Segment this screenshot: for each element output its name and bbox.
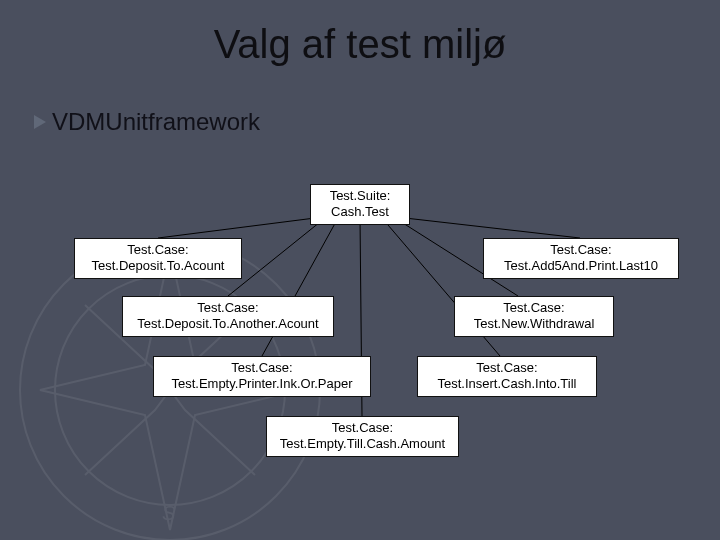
node-label: Test.Case: xyxy=(160,360,364,376)
node-label: Test.New.Withdrawal xyxy=(461,316,607,332)
node-label: Test.Deposit.To.Acount xyxy=(81,258,235,274)
svg-line-4 xyxy=(158,218,315,238)
node-label: Test.Empty.Printer.Ink.Or.Paper xyxy=(160,376,364,392)
diagram: Test.Suite: Cash.Test Test.Case: Test.De… xyxy=(0,0,720,540)
node-label: Cash.Test xyxy=(317,204,403,220)
node-suite: Test.Suite: Cash.Test xyxy=(310,184,410,225)
node-tc-insert-cash: Test.Case: Test.Insert.Cash.Into.Till xyxy=(417,356,597,397)
node-label: Test.Empty.Till.Cash.Amount xyxy=(273,436,452,452)
node-label: Test.Insert.Cash.Into.Till xyxy=(424,376,590,392)
node-tc-deposit: Test.Case: Test.Deposit.To.Acount xyxy=(74,238,242,279)
node-tc-empty-printer: Test.Case: Test.Empty.Printer.Ink.Or.Pap… xyxy=(153,356,371,397)
node-label: Test.Case: xyxy=(490,242,672,258)
node-label: Test.Case: xyxy=(273,420,452,436)
svg-line-5 xyxy=(405,218,580,238)
node-label: Test.Deposit.To.Another.Acount xyxy=(129,316,327,332)
node-label: Test.Case: xyxy=(461,300,607,316)
node-label: Test.Add5And.Print.Last10 xyxy=(490,258,672,274)
node-label: Test.Case: xyxy=(129,300,327,316)
node-tc-empty-till: Test.Case: Test.Empty.Till.Cash.Amount xyxy=(266,416,459,457)
node-label: Test.Case: xyxy=(424,360,590,376)
node-tc-deposit-another: Test.Case: Test.Deposit.To.Another.Acoun… xyxy=(122,296,334,337)
node-label: Test.Suite: xyxy=(317,188,403,204)
svg-line-6 xyxy=(228,218,325,296)
node-tc-add5: Test.Case: Test.Add5And.Print.Last10 xyxy=(483,238,679,279)
node-label: Test.Case: xyxy=(81,242,235,258)
node-tc-new-withdrawal: Test.Case: Test.New.Withdrawal xyxy=(454,296,614,337)
